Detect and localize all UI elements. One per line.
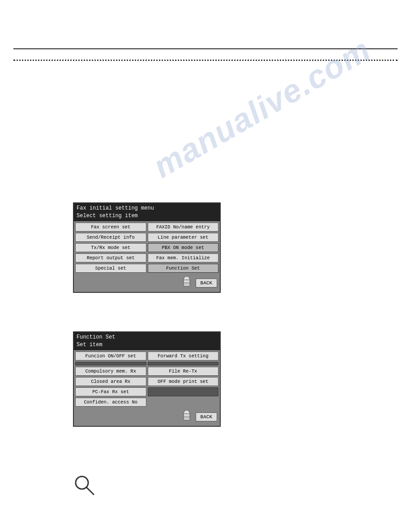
fax-initial-setting-screen: Fax initial setting menu Select setting … [73, 202, 221, 293]
screen1-header-line1: Fax initial setting menu [77, 205, 217, 212]
finger-icon-1 [180, 276, 193, 290]
btn-off-mode-print-set[interactable]: OFF mode print set [148, 377, 219, 386]
screen2-grid: Funcion ON/OFF set Forward Tx setting Co… [74, 350, 220, 408]
btn-faxid-entry[interactable]: FAXID No/name entry [148, 223, 219, 232]
screen2-header-line2: Set item [77, 341, 217, 349]
search-icon [73, 474, 96, 499]
finger-icon-2 [180, 410, 193, 424]
btn-closed-area-rx[interactable]: Closed area Rx [75, 377, 146, 386]
btn-empty-2 [148, 362, 219, 365]
function-set-screen: Function Set Set item Funcion ON/OFF set… [73, 331, 221, 427]
btn-send-receipt-info[interactable]: Send/Receipt info [75, 233, 146, 242]
btn-report-output-set[interactable]: Report output set [75, 253, 146, 262]
svg-rect-1 [184, 280, 190, 286]
btn-special-set[interactable]: Special set [75, 264, 146, 273]
top-rule [13, 48, 398, 49]
btn-function-set[interactable]: Function Set [148, 264, 219, 273]
svg-line-9 [86, 487, 94, 494]
btn-pc-fax-rx-set[interactable]: PC-Fax Rx set [75, 387, 146, 396]
btn-forward-tx-setting[interactable]: Forward Tx setting [148, 352, 219, 360]
screen1-grid: Fax screen set FAXID No/name entry Send/… [74, 221, 220, 274]
svg-rect-5 [184, 414, 190, 420]
btn-line-parameter-set[interactable]: Line parameter set [148, 233, 219, 242]
btn-empty-1 [75, 362, 146, 365]
screen1-header: Fax initial setting menu Select setting … [74, 203, 220, 221]
btn-fax-screen-set[interactable]: Fax screen set [75, 223, 146, 232]
screen2-footer: BACK [74, 408, 220, 426]
btn-function-onoff-set[interactable]: Funcion ON/OFF set [75, 352, 146, 360]
btn-compulsory-mem-rx[interactable]: Compulsory mem. Rx [75, 367, 146, 376]
screen1-header-line2: Select setting item [77, 212, 217, 220]
dot-line [13, 58, 398, 62]
screen1-back-button[interactable]: BACK [196, 279, 217, 287]
screen1-footer: BACK [74, 274, 220, 292]
btn-txrx-mode-set[interactable]: Tx/Rx mode set [75, 243, 146, 252]
screen2-header: Function Set Set item [74, 332, 220, 350]
screen2-header-line1: Function Set [77, 334, 217, 341]
btn-fax-mem-initialize[interactable]: Fax mem. Initialize [148, 253, 219, 262]
btn-empty-4 [148, 398, 219, 407]
btn-file-re-tx[interactable]: File Re-Tx [148, 367, 219, 376]
btn-empty-3 [148, 387, 219, 396]
screen2-back-button[interactable]: BACK [196, 412, 217, 421]
btn-pbx-on-mode-set[interactable]: PBX ON mode set [148, 243, 219, 252]
btn-confiden-access-no[interactable]: Confiden. access No [75, 398, 146, 407]
watermark: manualive.com [147, 31, 377, 185]
